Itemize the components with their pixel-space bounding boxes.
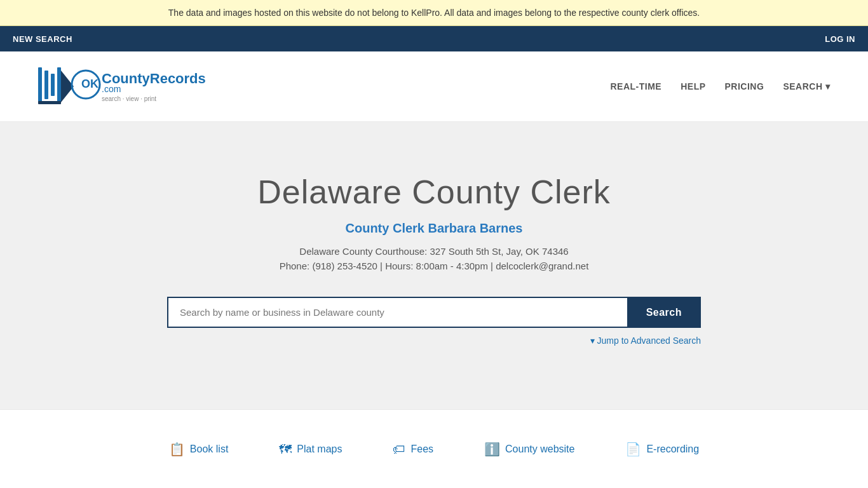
county-website-label: County website bbox=[505, 444, 574, 455]
search-button[interactable]: Search bbox=[627, 297, 701, 328]
main-navigation: REAL-TIME HELP PRICING SEARCH ▾ bbox=[610, 81, 830, 92]
logo-area: OK CountyRecords .com search · view · pr… bbox=[38, 64, 229, 109]
fees-label: Fees bbox=[410, 444, 433, 455]
top-navigation: NEW SEARCH LOG IN bbox=[0, 26, 868, 51]
search-form: Search bbox=[167, 297, 701, 328]
banner-text: The data and images hosted on this websi… bbox=[168, 8, 700, 18]
advanced-search-link: ▾ Jump to Advanced Search bbox=[167, 336, 701, 346]
clerk-name: County Clerk Barbara Barnes bbox=[13, 221, 855, 236]
e-recording-link[interactable]: 📄 E-recording bbox=[625, 442, 699, 457]
svg-rect-1 bbox=[44, 71, 48, 99]
fees-link[interactable]: 🏷 Fees bbox=[393, 442, 433, 457]
hero-section: Delaware County Clerk County Clerk Barba… bbox=[0, 122, 868, 409]
nav-help[interactable]: HELP bbox=[681, 81, 705, 92]
footer-links-section: 📋 Book list 🗺 Plat maps 🏷 Fees ℹ️ County… bbox=[0, 409, 868, 488]
svg-text:OK: OK bbox=[81, 78, 98, 90]
svg-rect-2 bbox=[51, 74, 55, 96]
new-search-link[interactable]: NEW SEARCH bbox=[13, 34, 72, 44]
plat-maps-icon: 🗺 bbox=[279, 442, 292, 457]
book-list-link[interactable]: 📋 Book list bbox=[169, 442, 228, 457]
notice-banner: The data and images hosted on this websi… bbox=[0, 0, 868, 26]
login-link[interactable]: LOG IN bbox=[825, 34, 855, 44]
courthouse-address: Delaware County Courthouse: 327 South 5t… bbox=[13, 246, 855, 257]
e-recording-icon: 📄 bbox=[625, 442, 641, 457]
e-recording-label: E-recording bbox=[646, 444, 699, 455]
site-logo[interactable]: OK CountyRecords .com search · view · pr… bbox=[38, 64, 229, 109]
plat-maps-label: Plat maps bbox=[297, 444, 342, 455]
plat-maps-link[interactable]: 🗺 Plat maps bbox=[279, 442, 342, 457]
nav-realtime[interactable]: REAL-TIME bbox=[610, 81, 661, 92]
book-list-icon: 📋 bbox=[169, 442, 185, 457]
nav-pricing[interactable]: PRICING bbox=[725, 81, 764, 92]
county-website-icon: ℹ️ bbox=[484, 442, 500, 457]
search-input[interactable] bbox=[167, 297, 627, 328]
svg-rect-4 bbox=[38, 101, 61, 104]
svg-text:search · view · print: search · view · print bbox=[102, 95, 156, 102]
nav-search[interactable]: SEARCH ▾ bbox=[783, 81, 830, 92]
jump-to-advanced-search[interactable]: ▾ Jump to Advanced Search bbox=[590, 336, 701, 346]
svg-rect-3 bbox=[57, 67, 61, 102]
page-title: Delaware County Clerk bbox=[13, 173, 855, 211]
svg-rect-0 bbox=[38, 67, 42, 102]
county-website-link[interactable]: ℹ️ County website bbox=[484, 442, 574, 457]
svg-text:.com: .com bbox=[102, 84, 121, 94]
site-header: OK CountyRecords .com search · view · pr… bbox=[0, 51, 868, 122]
fees-icon: 🏷 bbox=[393, 442, 405, 457]
book-list-label: Book list bbox=[190, 444, 228, 455]
contact-info: Phone: (918) 253-4520 | Hours: 8:00am - … bbox=[13, 261, 855, 271]
chevron-down-icon: ▾ bbox=[825, 81, 831, 92]
